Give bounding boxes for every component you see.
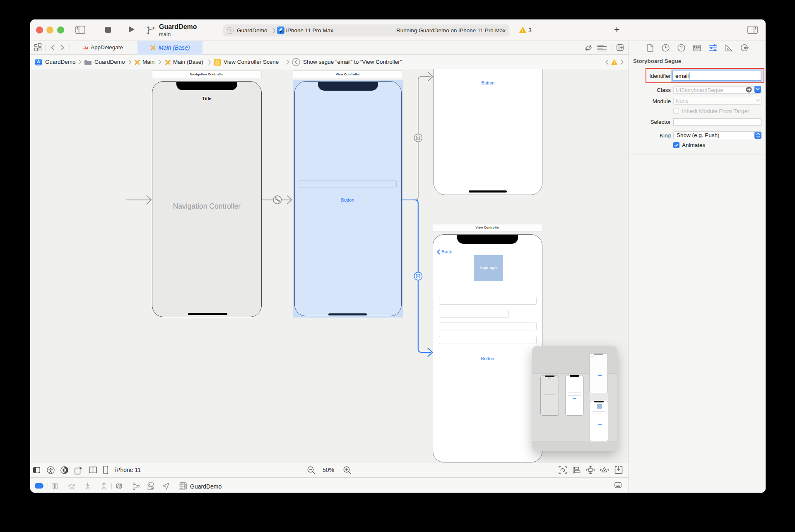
svg-text:?: ? <box>680 45 682 50</box>
